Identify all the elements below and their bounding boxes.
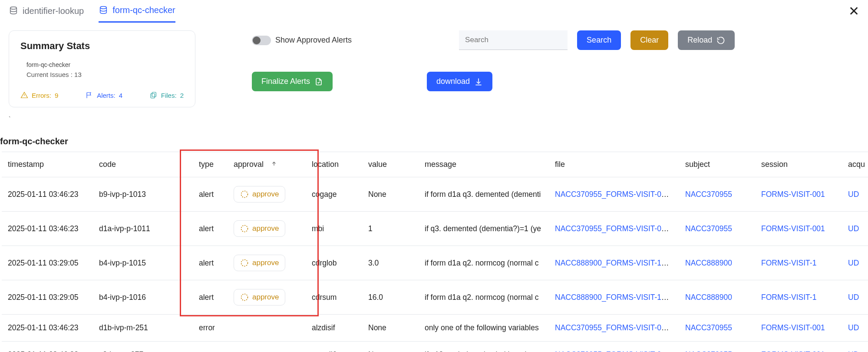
download-icon xyxy=(474,77,483,86)
table-row: 2025-01-11 03:46:23d1a-ivp-p-1011alertap… xyxy=(2,212,868,246)
warning-icon xyxy=(20,91,28,99)
link[interactable]: FORMS-VISIT-001 xyxy=(761,224,825,233)
tab-bar: identifier-lookup form-qc-checker ✕ xyxy=(0,0,868,23)
svg-point-5 xyxy=(241,226,248,232)
tab-label: form-qc-checker xyxy=(112,5,175,15)
stats-title: Summary Stats xyxy=(20,40,184,52)
alerts-table: timestamp code type approval location va… xyxy=(2,152,868,352)
col-session[interactable]: session xyxy=(755,152,842,177)
table-header-row: timestamp code type approval location va… xyxy=(2,152,868,177)
table-row: 2025-01-11 03:46:23b9-ivp-p-1013alertapp… xyxy=(2,177,868,212)
section-title: form-qc-checker xyxy=(0,123,868,152)
link[interactable]: UD xyxy=(848,259,859,267)
search-input[interactable] xyxy=(459,30,568,50)
reload-icon xyxy=(716,36,725,45)
link[interactable]: NACC370955 xyxy=(685,323,732,332)
database-icon xyxy=(99,6,108,15)
table-row: 2025-01-11 03:29:05b4-ivp-p-1016alertapp… xyxy=(2,280,868,315)
table-row: 2025-01-11 03:29:05b4-ivp-p-1015alertapp… xyxy=(2,246,868,280)
col-location[interactable]: location xyxy=(306,152,362,177)
stats-issues: Current Issues : 13 xyxy=(26,71,184,78)
download-button[interactable]: download xyxy=(427,72,492,91)
tab-form-qc-checker[interactable]: form-qc-checker xyxy=(99,5,175,23)
svg-point-0 xyxy=(10,7,17,10)
document-check-icon xyxy=(314,77,323,86)
clear-button[interactable]: Clear xyxy=(630,30,668,50)
controls-area: Show Approved Alerts Search Clear Reload… xyxy=(252,30,859,113)
col-approval[interactable]: approval xyxy=(228,152,306,177)
stats-alerts: Alerts:4 xyxy=(86,91,122,99)
link[interactable]: FORMS-VISIT-1 xyxy=(761,259,816,267)
link[interactable]: NACC370955_FORMS-VISIT-001_ xyxy=(555,190,674,199)
tab-label: identifier-lookup xyxy=(23,6,84,16)
summary-stats-card: Summary Stats form-qc-checker Current Is… xyxy=(9,30,195,107)
close-icon[interactable]: ✕ xyxy=(848,3,859,19)
finalize-alerts-button[interactable]: Finalize Alerts xyxy=(252,72,333,91)
link[interactable]: UD xyxy=(848,350,859,352)
link[interactable]: NACC370955 xyxy=(685,350,732,352)
col-acqu[interactable]: acqu xyxy=(842,152,868,177)
link[interactable]: FORMS-VISIT-001 xyxy=(761,190,825,199)
svg-point-1 xyxy=(100,6,107,9)
link[interactable]: UD xyxy=(848,224,859,233)
svg-rect-2 xyxy=(152,92,156,97)
reload-button[interactable]: Reload xyxy=(678,30,735,50)
link[interactable]: NACC888900 xyxy=(685,259,732,267)
link[interactable]: FORMS-VISIT-1 xyxy=(761,293,816,302)
link[interactable]: NACC888900 xyxy=(685,293,732,302)
svg-rect-3 xyxy=(151,93,155,98)
tab-identifier-lookup[interactable]: identifier-lookup xyxy=(9,6,84,22)
svg-point-4 xyxy=(241,191,248,198)
link[interactable]: UD xyxy=(848,190,859,199)
stats-files: Files:2 xyxy=(150,91,184,99)
col-timestamp[interactable]: timestamp xyxy=(2,152,93,177)
col-message[interactable]: message xyxy=(419,152,549,177)
approve-button[interactable]: approve xyxy=(234,186,285,203)
link[interactable]: UD xyxy=(848,323,859,332)
link[interactable]: FORMS-VISIT-001 xyxy=(761,323,825,332)
col-file[interactable]: file xyxy=(549,152,679,177)
link[interactable]: NACC888900_FORMS-VISIT-1_UI xyxy=(555,259,673,267)
stray-quote: ` xyxy=(0,113,868,123)
col-value[interactable]: value xyxy=(362,152,419,177)
toggle-switch-icon xyxy=(252,36,271,45)
col-type[interactable]: type xyxy=(193,152,228,177)
link[interactable]: UD xyxy=(848,293,859,302)
approve-button[interactable]: approve xyxy=(234,255,285,271)
approve-button[interactable]: approve xyxy=(234,220,285,237)
table-row: 2025-01-11 03:46:23c2-ivp-m-277errorcera… xyxy=(2,342,868,352)
toggle-show-approved[interactable]: Show Approved Alerts xyxy=(252,36,352,45)
stats-errors: Errors:9 xyxy=(20,91,58,99)
svg-point-6 xyxy=(241,260,248,266)
link[interactable]: NACC370955_FORMS-VISIT-001_ xyxy=(555,323,674,332)
search-button[interactable]: Search xyxy=(577,30,621,50)
link[interactable]: NACC370955_FORMS-VISIT-001_ xyxy=(555,350,674,352)
database-icon xyxy=(9,6,18,16)
approve-button[interactable]: approve xyxy=(234,289,285,306)
link[interactable]: NACC370955 xyxy=(685,190,732,199)
col-code[interactable]: code xyxy=(93,152,193,177)
link[interactable]: NACC370955_FORMS-VISIT-001_ xyxy=(555,224,674,233)
svg-point-7 xyxy=(241,294,248,301)
col-subject[interactable]: subject xyxy=(679,152,755,177)
files-icon xyxy=(150,91,158,99)
stats-name: form-qc-checker xyxy=(26,61,184,68)
flag-icon xyxy=(86,91,93,99)
link[interactable]: NACC888900_FORMS-VISIT-1_UI xyxy=(555,293,673,302)
table-row: 2025-01-11 03:46:23d1b-ivp-m-251erroralz… xyxy=(2,315,868,342)
sort-asc-icon xyxy=(271,161,277,167)
link[interactable]: FORMS-VISIT-001 xyxy=(761,350,825,352)
link[interactable]: NACC370955 xyxy=(685,224,732,233)
